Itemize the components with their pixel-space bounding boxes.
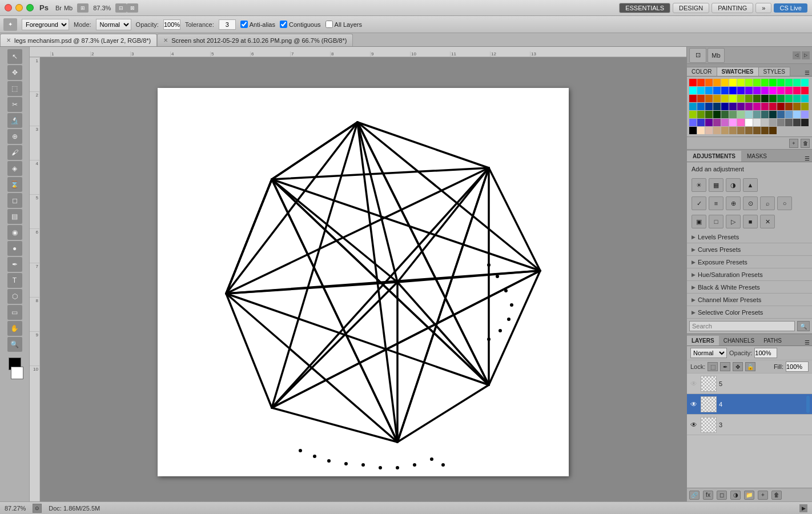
swatch-40[interactable] <box>769 95 777 102</box>
swatch-27[interactable] <box>785 87 793 94</box>
swatch-55[interactable] <box>769 103 777 110</box>
swatch-87[interactable] <box>785 119 793 126</box>
layer-visibility-3[interactable]: 👁 <box>689 420 698 429</box>
swatch-56[interactable] <box>777 103 785 110</box>
photo-filter-icon[interactable]: ⊙ <box>743 196 758 210</box>
tool-shape[interactable]: ▭ <box>7 305 22 320</box>
swatch-44[interactable] <box>801 95 809 102</box>
tool-brush[interactable]: 🖌 <box>7 145 22 160</box>
swatch-67[interactable] <box>745 111 753 118</box>
swatch-92[interactable] <box>705 127 713 134</box>
tool-history[interactable]: ⌛ <box>7 177 22 192</box>
hue-icon[interactable]: ✓ <box>692 196 706 210</box>
swatch-26[interactable] <box>777 87 785 94</box>
swatch-3[interactable] <box>713 79 721 86</box>
swatch-25[interactable] <box>769 87 777 94</box>
layer-row-3[interactable]: 👁 3 <box>687 415 812 435</box>
layer-new-icon[interactable]: + <box>758 491 768 500</box>
tab-close-1[interactable]: ✕ <box>163 37 168 43</box>
layer-fx-icon[interactable]: fx <box>703 491 713 500</box>
swatch-75[interactable] <box>689 119 697 126</box>
layer-adj-icon[interactable]: ◑ <box>730 491 741 500</box>
swatch-68[interactable] <box>753 111 761 118</box>
channel-mixer-icon[interactable]: ⌕ <box>760 196 775 210</box>
swatch-81[interactable] <box>737 119 745 126</box>
gradient-map-icon[interactable]: ▷ <box>726 215 741 228</box>
swatch-53[interactable] <box>753 103 761 110</box>
tool-gradient[interactable]: ▤ <box>7 209 22 224</box>
adjustments-tab[interactable]: ADJUSTMENTS <box>687 151 741 162</box>
layer-visibility-4[interactable]: 👁 <box>689 400 698 409</box>
tool-pen[interactable]: ✒ <box>7 257 22 272</box>
swatches-delete-icon[interactable]: 🗑 <box>801 139 810 148</box>
preset-selective-color[interactable]: ▶ Selective Color Presets <box>687 306 812 319</box>
canvas-document[interactable] <box>158 88 569 476</box>
layer-link-icon[interactable]: 🔗 <box>689 491 700 500</box>
swatch-66[interactable] <box>737 111 745 118</box>
swatch-86[interactable] <box>777 119 785 126</box>
tool-zoom[interactable]: 🔍 <box>7 337 22 352</box>
swatch-90[interactable] <box>689 127 697 134</box>
layers-tab[interactable]: LAYERS <box>687 336 719 346</box>
swatch-72[interactable] <box>785 111 793 118</box>
nav-more[interactable]: » <box>755 3 771 13</box>
swatch-19[interactable] <box>721 87 729 94</box>
swatch-0[interactable] <box>689 79 697 86</box>
curves-icon[interactable]: ◑ <box>726 178 741 192</box>
posterize-icon[interactable]: ▣ <box>692 215 706 228</box>
tool-dodge[interactable]: ● <box>7 241 22 256</box>
bw-icon[interactable]: ⊕ <box>726 196 741 210</box>
preset-bw[interactable]: ▶ Black & White Presets <box>687 281 812 294</box>
swatch-60[interactable] <box>689 111 697 118</box>
tool-2[interactable]: ✥ <box>7 65 22 80</box>
swatch-9[interactable] <box>761 79 769 86</box>
swatch-83[interactable] <box>753 119 761 126</box>
swatch-33[interactable] <box>713 95 721 102</box>
tab-close-0[interactable]: ✕ <box>6 37 11 43</box>
styles-tab[interactable]: STYLES <box>759 67 790 76</box>
paths-tab[interactable]: PATHS <box>759 336 786 346</box>
swatch-2[interactable] <box>705 79 713 86</box>
panel-expand-icon[interactable]: ▷ <box>802 51 810 59</box>
swatch-62[interactable] <box>705 111 713 118</box>
swatches-new-icon[interactable]: + <box>789 139 798 148</box>
swatch-18[interactable] <box>713 87 721 94</box>
swatch-88[interactable] <box>793 119 801 126</box>
swatch-34[interactable] <box>721 95 729 102</box>
selective-color-icon[interactable]: ■ <box>743 215 758 228</box>
panel-collapse-icon[interactable]: ◁ <box>793 51 801 59</box>
swatch-46[interactable] <box>697 103 705 110</box>
swatch-91[interactable] <box>697 127 705 134</box>
swatch-20[interactable] <box>729 87 737 94</box>
tool-eyedropper[interactable]: 🔬 <box>7 113 22 128</box>
swatch-93[interactable] <box>713 127 721 134</box>
preset-exposure[interactable]: ▶ Exposure Presets <box>687 256 812 268</box>
swatch-23[interactable] <box>753 87 761 94</box>
swatch-45[interactable] <box>689 103 697 110</box>
swatch-28[interactable] <box>793 87 801 94</box>
swatch-7[interactable] <box>745 79 753 86</box>
swatches-tab[interactable]: SWATCHES <box>717 67 759 76</box>
swatch-10[interactable] <box>769 79 777 86</box>
swatch-70[interactable] <box>769 111 777 118</box>
levels-icon[interactable]: ▦ <box>709 178 723 192</box>
swatch-50[interactable] <box>729 103 737 110</box>
swatch-100[interactable] <box>769 127 777 134</box>
lock-all-icon[interactable]: 🔒 <box>745 362 755 371</box>
swatch-29[interactable] <box>801 87 809 94</box>
presets-search-input[interactable] <box>689 321 795 331</box>
tool-heal[interactable]: ⊕ <box>7 129 22 144</box>
layout-icon[interactable]: ⊟ <box>115 3 127 13</box>
layer-mask-icon[interactable]: ◻ <box>717 491 727 500</box>
opacity-value[interactable]: 100% <box>754 348 777 358</box>
swatch-11[interactable] <box>777 79 785 86</box>
doc-tab-1[interactable]: ✕ Screen shot 2012-05-29 at 6.10.26 PM.p… <box>157 34 353 46</box>
background-color[interactable] <box>11 367 23 379</box>
swatch-77[interactable] <box>705 119 713 126</box>
swatch-76[interactable] <box>697 119 705 126</box>
mode-select[interactable]: Normal <box>96 19 131 30</box>
swatch-48[interactable] <box>713 103 721 110</box>
swatch-54[interactable] <box>761 103 769 110</box>
swatch-59[interactable] <box>801 103 809 110</box>
vibrance-icon[interactable]: ✕ <box>760 215 775 228</box>
